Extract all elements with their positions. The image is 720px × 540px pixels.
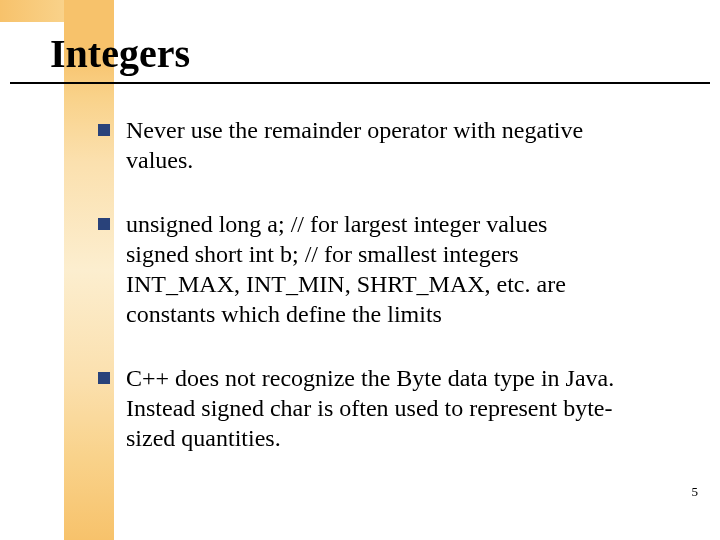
list-item-text: unsigned long a; // for largest integer … — [126, 209, 566, 329]
square-bullet-icon — [98, 372, 110, 384]
text-line: signed short int b; // for smallest inte… — [126, 239, 566, 269]
accent-bar-top — [0, 0, 64, 22]
square-bullet-icon — [98, 218, 110, 230]
text-line: Never use the remainder operator with ne… — [126, 115, 583, 145]
text-line: values. — [126, 145, 583, 175]
page-title: Integers — [50, 30, 190, 77]
square-bullet-icon — [98, 124, 110, 136]
list-item: Never use the remainder operator with ne… — [98, 115, 683, 175]
page-number: 5 — [692, 484, 699, 500]
text-line: C++ does not recognize the Byte data typ… — [126, 363, 614, 393]
text-line: sized quantities. — [126, 423, 614, 453]
bullet-list: Never use the remainder operator with ne… — [98, 115, 683, 487]
title-underline — [10, 82, 710, 84]
text-line: Instead signed char is often used to rep… — [126, 393, 614, 423]
list-item-text: C++ does not recognize the Byte data typ… — [126, 363, 614, 453]
list-item: C++ does not recognize the Byte data typ… — [98, 363, 683, 453]
list-item: unsigned long a; // for largest integer … — [98, 209, 683, 329]
text-line: unsigned long a; // for largest integer … — [126, 209, 566, 239]
text-line: constants which define the limits — [126, 299, 566, 329]
title-box: Integers — [50, 30, 190, 77]
slide: Integers Never use the remainder operato… — [0, 0, 720, 540]
list-item-text: Never use the remainder operator with ne… — [126, 115, 583, 175]
text-line: INT_MAX, INT_MIN, SHRT_MAX, etc. are — [126, 269, 566, 299]
